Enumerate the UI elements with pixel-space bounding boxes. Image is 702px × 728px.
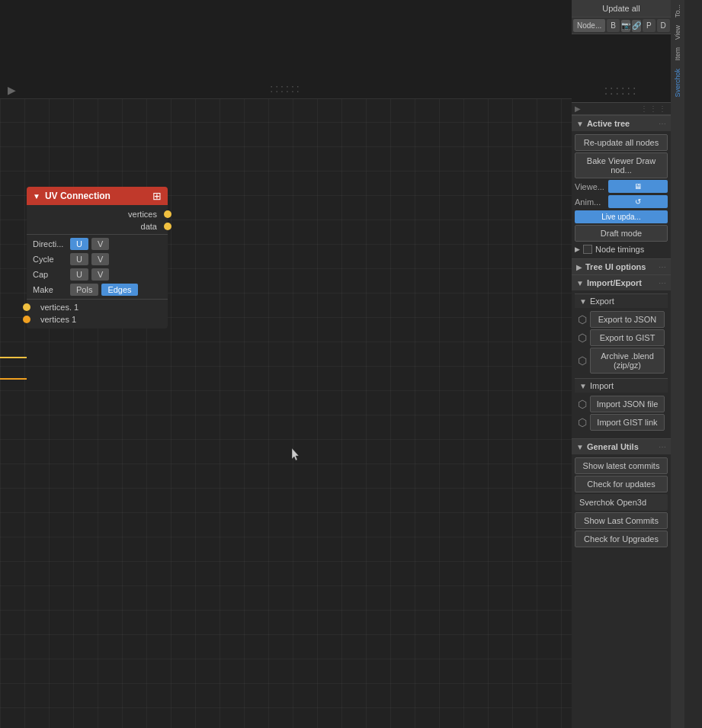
cap-label: Cap	[33, 270, 67, 279]
import-json-row: ⬡ Import JSON file	[578, 396, 665, 412]
node-timings-row: ▶ Node timings	[575, 243, 668, 255]
preview-box: ::::::	[572, 34, 671, 103]
node-timings-arrow[interactable]: ▶	[575, 245, 580, 253]
tab-link-icon[interactable]: 🔗	[632, 20, 641, 32]
active-tree-content: Re-update all nodes Bake Viewer Draw nod…	[572, 131, 671, 258]
direction-label: Directi...	[33, 239, 67, 249]
import-gist-row: ⬡ Import GIST link	[578, 414, 665, 431]
cap-u-button[interactable]: U	[70, 268, 88, 281]
vertices-socket-dot	[164, 210, 171, 218]
mouse-cursor	[292, 448, 301, 462]
import-arrow: ▼	[579, 382, 587, 390]
right-panel: Update all Node... B 📷 🔗 P D :::::: ▶ ⋮⋮…	[572, 0, 702, 728]
tree-ui-dots: ⋯	[659, 263, 666, 271]
node-body: vertices data Directi... U V Cycle U V	[27, 205, 168, 329]
side-tab-item[interactable]: Item	[673, 44, 682, 64]
export-sub-header[interactable]: ▼ Export	[575, 293, 668, 308]
data-label: data	[141, 222, 157, 231]
anim-label: Anim...	[575, 197, 605, 207]
viewer-label: Viewe...	[575, 182, 605, 191]
export-json-button[interactable]: Export to JSON	[590, 311, 665, 328]
export-label: Export	[590, 297, 614, 306]
live-update-button[interactable]: Live upda...	[575, 210, 668, 223]
side-tab-sverchok[interactable]: Sverchok	[673, 66, 682, 101]
sverchok-open3d-label: Sverchok Open3d	[575, 494, 668, 511]
edges-button[interactable]: Edges	[101, 284, 137, 296]
tree-ui-options-section-header[interactable]: ▶ Tree UI options ⋯	[572, 258, 671, 274]
viewer-value-button[interactable]: 🖥	[608, 180, 668, 193]
anim-value-button[interactable]: ↺	[608, 195, 668, 208]
export-gist-button[interactable]: Export to GIST	[590, 329, 665, 346]
bake-viewer-button[interactable]: Bake Viewer Draw nod...	[575, 152, 668, 178]
active-tree-dots: ⋯	[659, 120, 666, 128]
data-socket-dot	[164, 223, 171, 230]
direction-row: Directi... U V	[27, 236, 168, 252]
wire-left-2	[0, 378, 27, 380]
tree-ui-arrow: ▶	[576, 263, 582, 271]
side-tab-tool[interactable]: To...	[673, 2, 682, 21]
import-export-section-header[interactable]: ▼ Import/Export ⋯	[572, 274, 671, 290]
pols-button[interactable]: Pols	[70, 284, 98, 296]
show-last-commits-button[interactable]: Show Last Commits	[575, 512, 668, 529]
draft-mode-button[interactable]: Draft mode	[575, 225, 668, 242]
output1-row: vertices. 1	[27, 301, 168, 313]
tab-camera-icon[interactable]: 📷	[621, 20, 630, 32]
tab-d[interactable]: D	[657, 19, 670, 32]
cap-v-button[interactable]: V	[91, 268, 109, 281]
node-timings-checkbox[interactable]	[583, 245, 592, 254]
canvas-area: ▶ :::::: ▼ UV Connection ⊞ vertices data	[0, 0, 572, 728]
tab-b[interactable]: B	[607, 19, 620, 32]
vertices-socket-row: vertices	[27, 208, 168, 220]
import-export-dots: ⋯	[659, 279, 666, 287]
output2-row: vertices 1	[27, 313, 168, 326]
update-all-button[interactable]: Update all	[572, 0, 671, 18]
node-tabs: Node... B 📷 🔗 P D	[572, 18, 671, 34]
sverchok-open3d-text: Sverchok Open3d	[579, 498, 646, 507]
tab-p[interactable]: P	[643, 19, 656, 32]
check-for-upgrades-button[interactable]: Check for Upgrades	[575, 531, 668, 547]
vertices-label: vertices	[128, 210, 157, 219]
import-sub-header[interactable]: ▼ Import	[575, 378, 668, 393]
re-update-all-nodes-button[interactable]: Re-update all nodes	[575, 134, 668, 151]
general-utils-title: General Utils	[587, 442, 659, 451]
archive-icon: ⬡	[578, 354, 587, 367]
show-latest-commits-button[interactable]: Show latest commits	[575, 457, 668, 474]
export-content: ⬡ Export to JSON ⬡ Export to GIST ⬡ Arch…	[575, 308, 668, 378]
import-json-icon: ⬡	[578, 398, 587, 410]
general-utils-content: Show latest commits Check for updates Sv…	[572, 454, 671, 552]
uv-connection-node: ▼ UV Connection ⊞ vertices data Directi.…	[27, 187, 168, 329]
output2-label: vertices 1	[40, 315, 76, 324]
side-tab-view[interactable]: View	[673, 22, 682, 43]
import-content: ⬡ Import JSON file ⬡ Import GIST link	[575, 393, 668, 435]
export-arrow: ▼	[579, 297, 587, 306]
cycle-v-button[interactable]: V	[91, 253, 109, 265]
cycle-label: Cycle	[33, 255, 67, 264]
play-btn[interactable]: ▶	[575, 104, 581, 113]
resize-handle: ⋮⋮⋮	[640, 104, 668, 113]
cap-row: Cap U V	[27, 267, 168, 282]
panel-main: Update all Node... B 📷 🔗 P D :::::: ▶ ⋮⋮…	[572, 0, 671, 728]
direction-u-button[interactable]: U	[70, 238, 88, 250]
direction-v-button[interactable]: V	[91, 238, 109, 250]
node-pin-icon[interactable]: ⊞	[152, 190, 162, 202]
import-gist-icon: ⬡	[578, 416, 587, 428]
active-tree-section-header[interactable]: ▼ Active tree ⋯	[572, 115, 671, 131]
archive-button[interactable]: Archive .blend (zip/gz)	[590, 348, 665, 374]
cycle-u-button[interactable]: U	[70, 253, 88, 265]
svg-marker-0	[292, 448, 299, 460]
import-label: Import	[590, 381, 614, 390]
wire-left-1	[0, 357, 27, 358]
import-json-button[interactable]: Import JSON file	[590, 396, 665, 412]
play-icon: ▶	[8, 84, 16, 96]
import-gist-button[interactable]: Import GIST link	[590, 414, 665, 431]
archive-row: ⬡ Archive .blend (zip/gz)	[578, 348, 665, 374]
cycle-row: Cycle U V	[27, 252, 168, 267]
canvas-preview: ▶ ::::::	[0, 0, 572, 99]
preview-dots: ::::::	[270, 82, 301, 95]
node-collapse-icon[interactable]: ▼	[33, 192, 40, 200]
anim-row: Anim... ↺	[575, 195, 668, 208]
tab-node[interactable]: Node...	[573, 19, 605, 32]
check-for-updates-button[interactable]: Check for updates	[575, 476, 668, 492]
general-utils-section-header[interactable]: ▼ General Utils ⋯	[572, 438, 671, 454]
active-tree-arrow: ▼	[576, 120, 584, 128]
